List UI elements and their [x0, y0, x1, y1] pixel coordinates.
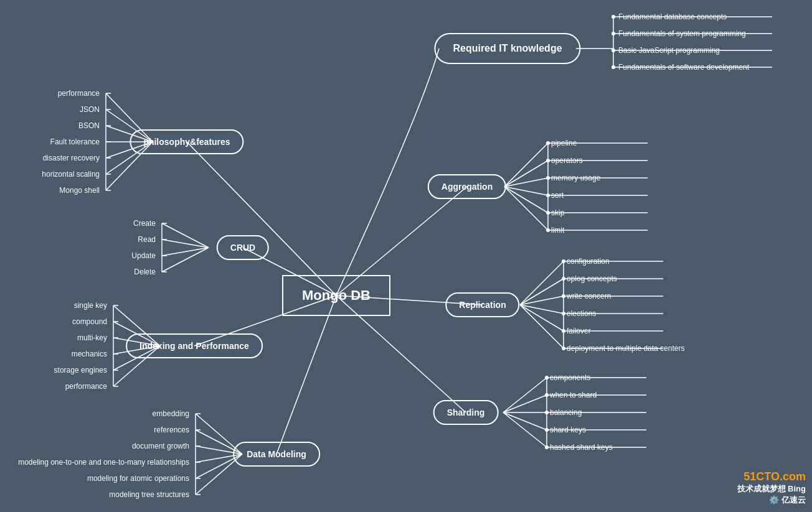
- aggregation-node: Aggregation: [428, 174, 506, 199]
- svg-point-85: [546, 228, 550, 232]
- leaf-item: storage engines: [54, 366, 107, 375]
- leaf-item: Mongo shell: [59, 186, 100, 195]
- leaf-item: single key: [74, 301, 107, 310]
- svg-point-79: [546, 193, 550, 197]
- leaf-item: references: [154, 426, 189, 434]
- svg-line-10: [187, 142, 336, 296]
- watermark-sub: 技术成就梦想 Bing: [737, 483, 806, 495]
- leaf-item: Fault tolerance: [50, 137, 100, 146]
- leaf-item: pipeline: [551, 139, 577, 147]
- sharding-node: Sharding: [433, 400, 499, 425]
- svg-line-71: [504, 161, 548, 187]
- svg-point-117: [545, 428, 549, 432]
- center-node: Mongo DB: [282, 275, 390, 316]
- svg-line-109: [503, 395, 547, 412]
- svg-line-83: [504, 187, 548, 230]
- svg-point-5: [611, 49, 615, 52]
- svg-line-87: [520, 261, 564, 305]
- svg-line-68: [504, 143, 548, 187]
- svg-line-33: [162, 223, 209, 248]
- svg-line-96: [520, 305, 564, 314]
- svg-point-111: [545, 393, 549, 397]
- svg-point-76: [546, 176, 550, 180]
- svg-point-120: [545, 445, 549, 449]
- leaf-item: shard keys: [550, 426, 586, 434]
- watermark-sub2: ⚙️ 亿速云: [737, 495, 806, 506]
- svg-line-90: [520, 279, 564, 305]
- leaf-item: components: [550, 373, 590, 382]
- svg-point-104: [562, 347, 565, 350]
- leaf-item: Update: [131, 251, 156, 260]
- leaf-item: compound: [72, 317, 107, 326]
- svg-point-101: [562, 329, 565, 333]
- svg-line-99: [520, 305, 564, 331]
- leaf-item: modeling tree structures: [109, 490, 189, 499]
- leaf-item: oplog concepts: [567, 274, 617, 283]
- leaf-item: sort: [551, 191, 564, 200]
- leaf-item: hashed shard keys: [550, 443, 613, 452]
- leaf-item: multi-key: [77, 333, 107, 342]
- leaf-item: BSON: [78, 121, 100, 130]
- leaf-item: skip: [551, 208, 564, 217]
- svg-line-74: [504, 178, 548, 187]
- required-item: Fundamentals of software development: [618, 63, 749, 72]
- philosophy-node: philosophy&features: [130, 129, 243, 154]
- center-label: Mongo DB: [302, 287, 371, 303]
- leaf-item: horizontal scaling: [42, 170, 100, 179]
- leaf-item: performance: [58, 89, 100, 98]
- leaf-item: performance: [65, 382, 107, 391]
- crud-node: CRUD: [217, 235, 269, 260]
- leaf-item: embedding: [153, 409, 189, 418]
- svg-point-89: [562, 259, 565, 263]
- required-item: Fundamentals of system programming: [618, 29, 746, 38]
- svg-line-35: [162, 240, 209, 248]
- leaf-item: modeling one-to-one and one-to-many rela…: [18, 458, 189, 467]
- required-label: Required IT knowledge: [453, 43, 562, 54]
- datamodeling-node: Data Modeling: [233, 442, 320, 467]
- leaf-item: failover: [567, 327, 591, 335]
- svg-point-82: [546, 211, 550, 215]
- svg-point-95: [562, 294, 565, 298]
- indexing-node: Indexing and Performance: [126, 333, 263, 358]
- required-node: Required IT knowledge: [434, 33, 580, 64]
- svg-point-3: [611, 32, 615, 35]
- leaf-item: modeling for atomic operations: [87, 474, 189, 483]
- leaf-item: balancing: [550, 408, 582, 417]
- leaf-item: disaster recovery: [43, 154, 100, 162]
- svg-point-73: [546, 159, 550, 162]
- svg-line-77: [504, 187, 548, 195]
- svg-line-39: [162, 248, 209, 272]
- svg-point-108: [545, 376, 549, 379]
- leaf-item: operators: [551, 156, 583, 165]
- svg-line-13: [276, 296, 336, 454]
- leaf-item: configuration: [567, 257, 610, 266]
- leaf-item: Delete: [134, 268, 156, 276]
- leaf-item: write concern: [567, 292, 611, 300]
- leaf-item: deployment to multiple data centers: [567, 344, 684, 353]
- svg-line-93: [520, 296, 564, 305]
- watermark: 51CTO.com 技术成就梦想 Bing ⚙️ 亿速云: [737, 470, 806, 506]
- svg-point-7: [611, 65, 615, 69]
- svg-point-1: [611, 15, 615, 19]
- svg-line-102: [520, 305, 564, 348]
- leaf-item: when to shard: [550, 391, 597, 399]
- required-item: Fundamental database concepts: [618, 12, 727, 21]
- svg-point-92: [562, 277, 565, 281]
- leaf-item: mechanics: [72, 350, 107, 358]
- svg-line-37: [162, 248, 209, 256]
- leaf-item: elections: [567, 309, 596, 318]
- svg-point-114: [545, 411, 549, 414]
- leaf-item: memory usage: [551, 174, 600, 182]
- svg-point-98: [562, 312, 565, 315]
- svg-line-118: [503, 412, 547, 447]
- svg-line-106: [503, 378, 547, 412]
- leaf-item: Create: [133, 219, 156, 228]
- leaf-item: limit: [551, 226, 564, 235]
- replication-node: Replication: [445, 292, 519, 317]
- watermark-site: 51CTO.com: [737, 470, 806, 483]
- svg-point-70: [546, 141, 550, 145]
- svg-line-115: [503, 412, 547, 430]
- leaf-item: Read: [138, 235, 156, 244]
- leaf-item: JSON: [80, 105, 100, 114]
- mind-map-canvas: Mongo DB Required IT knowledge 51CTO.com…: [0, 0, 812, 512]
